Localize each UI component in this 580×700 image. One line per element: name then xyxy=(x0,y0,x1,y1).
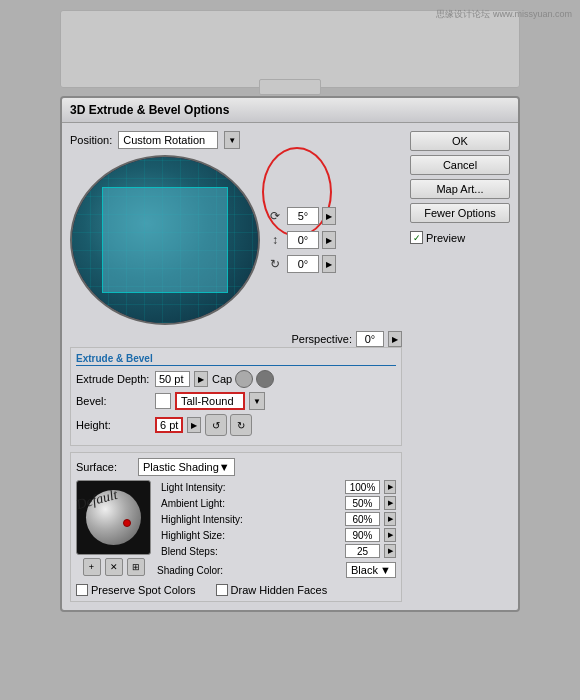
extrude-depth-label: Extrude Depth: xyxy=(76,373,151,385)
lighting-dot xyxy=(123,519,131,527)
fewer-options-button[interactable]: Fewer Options xyxy=(410,203,510,223)
rotation-y-arrow[interactable]: ▶ xyxy=(322,231,336,249)
ok-button[interactable]: OK xyxy=(410,131,510,151)
sphere-rect-object xyxy=(102,187,228,293)
perspective-label: Perspective: xyxy=(291,333,352,345)
watermark: 思缘设计论坛 www.missyuan.com xyxy=(436,8,572,21)
rotation-x-icon: ⟳ xyxy=(266,207,284,225)
move-to-back-btn[interactable]: ⊞ xyxy=(127,558,145,576)
left-panel: Position: Custom Rotation ▼ ⟳ xyxy=(70,131,402,602)
top-preview-area xyxy=(60,10,520,88)
extrude-depth-row: Extrude Depth: 50 pt ▶ Cap xyxy=(76,370,396,388)
highlight-size-row: Highlight Size: 90% ▶ xyxy=(161,528,396,542)
height-row: Height: 6 pt ▶ ↺ ↻ xyxy=(76,414,396,436)
extrude-depth-value[interactable]: 50 pt xyxy=(155,371,190,387)
draw-hidden-check-row: Draw Hidden Faces xyxy=(216,584,328,596)
preserve-spot-check-row: Preserve Spot Colors xyxy=(76,584,196,596)
light-intensity-arrow[interactable]: ▶ xyxy=(384,480,396,494)
extrude-section-label: Extrude & Bevel xyxy=(76,353,396,366)
height-arrow[interactable]: ▶ xyxy=(187,417,201,433)
extrude-bevel-section: Extrude & Bevel Extrude Depth: 50 pt ▶ C… xyxy=(70,347,402,446)
surface-lighting-col: Light Intensity: 100% ▶ Ambient Light: 5… xyxy=(157,480,396,578)
rotation-controls: ⟳ 5° ▶ ↕ 0° ▶ ↻ 0° ▶ xyxy=(266,155,402,325)
perspective-value[interactable]: 0° xyxy=(356,331,384,347)
preview-check-row: ✓ Preview xyxy=(410,231,510,244)
surface-content: Default + ✕ ⊞ xyxy=(76,480,396,578)
highlight-size-arrow[interactable]: ▶ xyxy=(384,528,396,542)
surface-section: Surface: Plastic Shading ▼ Default xyxy=(70,452,402,602)
dialog-title: 3D Extrude & Bevel Options xyxy=(62,98,518,123)
bevel-row: Bevel: Tall-Round ▼ xyxy=(76,392,396,410)
shading-color-arrow: ▼ xyxy=(380,564,391,576)
highlight-intensity-row: Highlight Intensity: 60% ▶ xyxy=(161,512,396,526)
bottom-checkboxes: Preserve Spot Colors Draw Hidden Faces xyxy=(76,584,396,596)
cap-icon-2[interactable] xyxy=(256,370,274,388)
sphere-container: ⟳ 5° ▶ ↕ 0° ▶ ↻ 0° ▶ xyxy=(70,155,402,325)
map-art-button[interactable]: Map Art... xyxy=(410,179,510,199)
light-intensity-label: Light Intensity: xyxy=(161,482,341,493)
perspective-arrow[interactable]: ▶ xyxy=(388,331,402,347)
ambient-light-arrow[interactable]: ▶ xyxy=(384,496,396,510)
position-select[interactable]: Custom Rotation xyxy=(118,131,218,149)
rotation-x-row: ⟳ 5° ▶ xyxy=(266,207,402,225)
rotation-z-arrow[interactable]: ▶ xyxy=(322,255,336,273)
cap-icon-1[interactable] xyxy=(235,370,253,388)
shading-color-value: Black xyxy=(351,564,378,576)
lighting-sphere xyxy=(86,490,141,545)
surface-value: Plastic Shading xyxy=(143,461,219,473)
surface-preview-col: Default + ✕ ⊞ xyxy=(76,480,151,578)
rotation-y-icon: ↕ xyxy=(266,231,284,249)
highlight-size-value[interactable]: 90% xyxy=(345,528,380,542)
remove-light-btn[interactable]: ✕ xyxy=(105,558,123,576)
lighting-grid: Light Intensity: 100% ▶ Ambient Light: 5… xyxy=(161,480,396,558)
rotation-x-arrow[interactable]: ▶ xyxy=(322,207,336,225)
rotate-left-btn[interactable]: ↺ xyxy=(205,414,227,436)
rotation-x-input[interactable]: 5° xyxy=(287,207,319,225)
preview-icons-row: + ✕ ⊞ xyxy=(76,558,151,576)
draw-hidden-label: Draw Hidden Faces xyxy=(231,584,328,596)
position-dropdown-arrow[interactable]: ▼ xyxy=(224,131,240,149)
shading-color-row: Shading Color: Black ▼ xyxy=(157,562,396,578)
height-label: Height: xyxy=(76,419,151,431)
position-label: Position: xyxy=(70,134,112,146)
position-value: Custom Rotation xyxy=(123,134,205,146)
lighting-preview-thumb xyxy=(76,480,151,555)
preserve-spot-checkbox[interactable] xyxy=(76,584,88,596)
blend-steps-label: Blend Steps: xyxy=(161,546,341,557)
preview-label: Preview xyxy=(426,232,465,244)
height-value[interactable]: 6 pt xyxy=(155,417,183,433)
highlight-intensity-value[interactable]: 60% xyxy=(345,512,380,526)
highlight-intensity-arrow[interactable]: ▶ xyxy=(384,512,396,526)
add-light-btn[interactable]: + xyxy=(83,558,101,576)
dialog-container: 3D Extrude & Bevel Options Position: Cus… xyxy=(60,96,520,612)
draw-hidden-checkbox[interactable] xyxy=(216,584,228,596)
sphere-3d[interactable] xyxy=(70,155,260,325)
bevel-name[interactable]: Tall-Round xyxy=(175,392,245,410)
shading-color-label: Shading Color: xyxy=(157,565,342,576)
bevel-arrow[interactable]: ▼ xyxy=(249,392,265,410)
surface-select[interactable]: Plastic Shading ▼ xyxy=(138,458,235,476)
rotation-z-input[interactable]: 0° xyxy=(287,255,319,273)
dialog-body: Position: Custom Rotation ▼ ⟳ xyxy=(62,123,518,610)
perspective-row: Perspective: 0° ▶ xyxy=(70,331,402,347)
shading-color-select[interactable]: Black ▼ xyxy=(346,562,396,578)
blend-steps-arrow[interactable]: ▶ xyxy=(384,544,396,558)
rotation-z-row: ↻ 0° ▶ xyxy=(266,255,402,273)
light-intensity-row: Light Intensity: 100% ▶ xyxy=(161,480,396,494)
rotation-y-row: ↕ 0° ▶ xyxy=(266,231,402,249)
blend-steps-row: Blend Steps: 25 ▶ xyxy=(161,544,396,558)
highlight-size-label: Highlight Size: xyxy=(161,530,341,541)
rotation-y-input[interactable]: 0° xyxy=(287,231,319,249)
cap-icons: Cap xyxy=(212,370,274,388)
rotate-right-btn[interactable]: ↻ xyxy=(230,414,252,436)
ambient-light-row: Ambient Light: 50% ▶ xyxy=(161,496,396,510)
ambient-light-value[interactable]: 50% xyxy=(345,496,380,510)
blend-steps-value[interactable]: 25 xyxy=(345,544,380,558)
ambient-light-label: Ambient Light: xyxy=(161,498,341,509)
light-intensity-value[interactable]: 100% xyxy=(345,480,380,494)
preview-checkbox[interactable]: ✓ xyxy=(410,231,423,244)
extrude-depth-arrow[interactable]: ▶ xyxy=(194,371,208,387)
right-panel: OK Cancel Map Art... Fewer Options ✓ Pre… xyxy=(410,131,510,602)
rotate-icons: ↺ ↻ xyxy=(205,414,252,436)
cancel-button[interactable]: Cancel xyxy=(410,155,510,175)
